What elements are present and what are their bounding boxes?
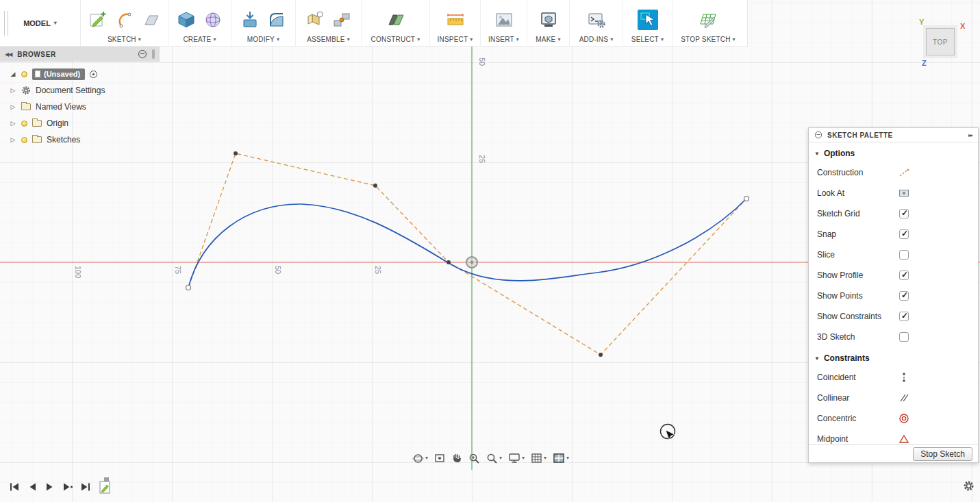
spline-curve[interactable] (188, 199, 746, 288)
pan-button[interactable] (451, 453, 462, 464)
toolbar-group-label[interactable]: CONSTRUCT▾ (371, 36, 420, 44)
3d-sketch-checkbox[interactable]: ✓ (899, 332, 909, 342)
toolbar-group-label[interactable]: SKETCH▾ (108, 36, 141, 44)
show-points-checkbox[interactable]: ✓ (899, 291, 909, 301)
collinear-icon[interactable] (899, 392, 909, 403)
minimize-panel-icon[interactable] (138, 50, 147, 58)
view-cube[interactable]: Y X Z TOP (914, 16, 972, 70)
panel-drag-handle[interactable] (152, 49, 155, 59)
palette-row-show-profile[interactable]: Show Profile ✓ (809, 265, 978, 286)
palette-row-construction[interactable]: Construction (809, 162, 978, 183)
zoom-window-button[interactable] (468, 453, 480, 464)
toolbar-group-label[interactable]: MAKE▾ (536, 36, 560, 44)
activate-component-radio[interactable] (90, 71, 97, 78)
expand-collapse-icon[interactable]: ◢ (10, 71, 16, 77)
palette-row-collinear[interactable]: Collinear (809, 388, 978, 408)
palette-row-snap[interactable]: Snap ✓ (809, 224, 978, 244)
palette-row-3d-sketch[interactable]: 3D Sketch ✓ (809, 327, 978, 347)
sketch-plane-button[interactable] (141, 10, 162, 30)
palette-row-sketch-grid[interactable]: Sketch Grid ✓ (809, 203, 978, 224)
stop-sketch-button-icon[interactable] (698, 10, 718, 30)
options-section-header[interactable]: ▼ Options (809, 142, 978, 162)
tree-row-named-views[interactable]: ▷ Named Views (0, 99, 160, 115)
constraints-section-header[interactable]: ▼ Constraints (809, 347, 978, 367)
press-pull-button[interactable] (240, 10, 260, 30)
tree-row-root[interactable]: ◢ (Unsaved) (0, 66, 160, 82)
show-profile-checkbox[interactable]: ✓ (899, 271, 909, 280)
palette-row-show-constraints[interactable]: Show Constraints ✓ (809, 306, 978, 327)
spline-control-point[interactable] (234, 151, 238, 155)
palette-row-midpoint[interactable]: Midpoint (809, 429, 978, 444)
make-button[interactable] (538, 10, 559, 30)
slice-checkbox[interactable]: ✓ (899, 250, 909, 260)
construction-icon[interactable] (899, 168, 909, 177)
look-at-button[interactable] (434, 453, 445, 464)
orbit-button[interactable]: ▾ (412, 453, 428, 464)
palette-row-show-points[interactable]: Show Points ✓ (809, 286, 978, 306)
spline-endpoint[interactable] (744, 197, 749, 201)
snap-checkbox[interactable]: ✓ (899, 229, 909, 239)
play-button[interactable] (44, 481, 56, 493)
timeline-sketch-marker[interactable] (98, 477, 113, 498)
origin-marker[interactable] (466, 257, 477, 268)
step-forward-button[interactable] (62, 481, 74, 493)
toolbar-group-label[interactable]: INSERT▾ (488, 36, 519, 44)
spline-control-point[interactable] (447, 260, 451, 264)
create-box-button[interactable] (176, 10, 197, 30)
measure-button[interactable] (445, 10, 466, 30)
expand-collapse-icon[interactable]: ▷ (10, 136, 16, 143)
tree-row-document-settings[interactable]: ▷ Document Settings (0, 82, 160, 99)
grid-snaps-button[interactable]: ▾ (531, 453, 546, 464)
sketch-curve-button[interactable] (114, 10, 135, 30)
toolbar-grip[interactable] (4, 11, 8, 36)
toolbar-group-label[interactable]: ADD-INS▾ (579, 36, 614, 44)
visibility-bulb-icon[interactable] (21, 71, 27, 77)
toolbar-group-label[interactable]: ASSEMBLE▾ (307, 36, 350, 44)
spline-endpoint[interactable] (186, 286, 191, 290)
visibility-bulb-icon[interactable] (21, 137, 27, 143)
construction-plane-button[interactable] (386, 10, 406, 30)
insert-image-button[interactable] (494, 10, 514, 30)
workspace-switcher[interactable]: MODEL▾ (0, 0, 81, 46)
palette-row-slice[interactable]: Slice ✓ (809, 244, 978, 265)
addins-button[interactable] (586, 10, 607, 30)
look-at-icon[interactable] (899, 188, 909, 198)
viewcube-top-face[interactable]: TOP (926, 28, 955, 55)
new-component-button[interactable] (305, 10, 325, 30)
expand-collapse-icon[interactable]: ▷ (10, 87, 16, 94)
sketch-grid-checkbox[interactable]: ✓ (899, 209, 909, 218)
palette-row-concentric[interactable]: Concentric (809, 408, 978, 429)
spline-control-point[interactable] (599, 353, 603, 357)
document-root-item[interactable]: (Unsaved) (32, 68, 85, 80)
fillet-button[interactable] (266, 10, 287, 30)
timeline-settings-button[interactable] (963, 480, 975, 494)
jump-to-end-button[interactable] (79, 481, 92, 493)
toolbar-group-label[interactable]: INSPECT▾ (438, 36, 473, 44)
viewports-button[interactable]: ▾ (553, 453, 569, 464)
select-button[interactable] (638, 10, 658, 30)
coincident-icon[interactable] (899, 372, 909, 383)
toolbar-group-label[interactable]: MODIFY▾ (247, 36, 279, 44)
toolbar-group-label[interactable]: CREATE▾ (183, 36, 216, 44)
expand-collapse-icon[interactable]: ▷ (10, 103, 16, 110)
joint-button[interactable] (331, 10, 352, 30)
midpoint-icon[interactable] (899, 434, 909, 444)
stop-sketch-button[interactable]: Stop Sketch (913, 447, 972, 461)
create-sphere-button[interactable] (203, 10, 223, 30)
collapse-panel-icon[interactable]: ◀◀ (5, 51, 12, 58)
zoom-button[interactable]: ▾ (486, 453, 502, 464)
show-constraints-checkbox[interactable]: ✓ (899, 312, 909, 321)
step-back-button[interactable] (26, 481, 38, 493)
palette-row-coincident[interactable]: Coincident (809, 367, 978, 388)
tree-row-sketches[interactable]: ▷ Sketches (0, 131, 160, 148)
expand-panel-icon[interactable]: ▸▸ (968, 132, 972, 138)
visibility-bulb-icon[interactable] (21, 121, 27, 127)
concentric-icon[interactable] (899, 413, 909, 424)
expand-collapse-icon[interactable]: ▷ (10, 120, 16, 127)
jump-to-start-button[interactable] (8, 481, 21, 493)
create-sketch-button[interactable] (88, 10, 108, 30)
palette-row-look-at[interactable]: Look At (809, 183, 978, 203)
tree-row-origin[interactable]: ▷ Origin (0, 115, 160, 131)
minimize-panel-icon[interactable] (815, 131, 822, 138)
spline-control-point[interactable] (373, 184, 377, 188)
